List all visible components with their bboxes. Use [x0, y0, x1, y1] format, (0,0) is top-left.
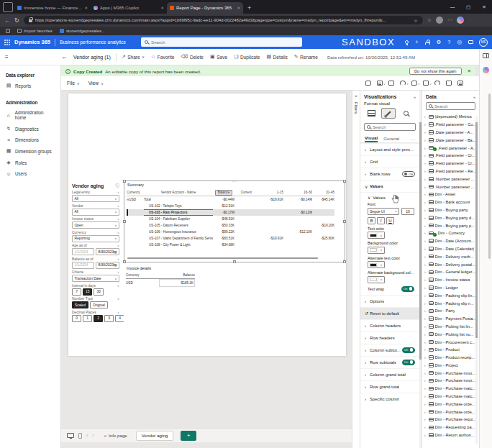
balance-start-date[interactable]: 1/1/2024 [72, 262, 94, 269]
chevron-right-icon[interactable]: › [424, 224, 427, 228]
text-wrap-toggle[interactable]: On [401, 286, 414, 292]
collapse-chevron-icon[interactable]: ∨ [117, 244, 119, 247]
collapse-pane-icon[interactable]: » [473, 95, 475, 99]
data-field-item[interactable]: › ✓ Dim - Buying party d... [422, 214, 479, 221]
chevron-right-icon[interactable]: › [424, 394, 427, 398]
collapse-chevron-icon[interactable]: ∨ [117, 284, 119, 288]
sidebar-item-reports[interactable]: ▤ Reports [0, 80, 60, 91]
sidebar-item[interactable]: ▦ Dimension groups [0, 145, 60, 157]
filters-pane-collapsed[interactable]: « Filters [352, 91, 360, 448]
chevron-right-icon[interactable]: › [424, 130, 427, 134]
data-field-item[interactable]: › ✓ Dim - Procurement c... [422, 338, 479, 346]
data-field-item[interactable]: › ✓ Dim - Bank account [422, 198, 479, 206]
bold-button[interactable]: B [368, 217, 375, 224]
section-toggle[interactable]: On [402, 360, 415, 365]
data-field-item[interactable]: › ✓ Dim - Purchase matc... [422, 385, 479, 393]
resize-handle[interactable] [343, 260, 346, 263]
feedback-chat-icon[interactable] [468, 40, 473, 44]
color-picker-dropdown[interactable]: ∨ [368, 276, 385, 283]
data-field-item[interactable]: › ✓ Dim - Delivery postal... [422, 260, 479, 268]
resize-handle[interactable] [123, 180, 126, 183]
format-section[interactable]: › Blank rows Off [360, 168, 419, 180]
format-section[interactable]: › Specific column [360, 393, 419, 405]
chevron-right-icon[interactable]: › [424, 262, 427, 267]
data-field-item[interactable]: › ✓ Dim - Project [422, 362, 479, 370]
url-text[interactable]: https://operations-stoneridgepresales.cr… [35, 18, 411, 22]
chevron-right-icon[interactable]: › [424, 208, 427, 212]
chevron-right-icon[interactable]: › [424, 161, 427, 165]
view-menu[interactable]: View∨ [88, 81, 104, 86]
column-header[interactable]: Current [234, 188, 252, 196]
format-search-input[interactable] [373, 125, 413, 129]
format-section[interactable]: › Column subtotals On [360, 344, 419, 356]
section-toggle[interactable]: Off [402, 171, 415, 177]
collapse-chevron-icon[interactable]: ∨ [117, 231, 119, 234]
collapse-chevron-icon[interactable]: ∨ [117, 217, 119, 221]
chevron-right-icon[interactable]: › [424, 433, 427, 437]
browser-tab[interactable]: Immersive home — Finance and ... ✕ [14, 2, 91, 14]
format-section[interactable]: › Column grand total [360, 368, 419, 380]
age-end-date[interactable]: 8/30/2023▦ [96, 248, 119, 255]
chevron-right-icon[interactable]: › [424, 270, 427, 274]
page-scrollbar[interactable] [488, 93, 491, 259]
data-field-item[interactable]: › ✓ Dim - Payment Posta... [422, 315, 479, 323]
data-field-item[interactable]: › ✓ Dim - Asset [422, 191, 479, 198]
desktop-layout-icon[interactable] [67, 433, 74, 438]
data-search-input[interactable] [434, 104, 473, 109]
chevron-right-icon[interactable]: › [424, 122, 427, 127]
copilot-side-icon[interactable] [483, 67, 489, 73]
new-tab-button[interactable]: + [247, 4, 251, 12]
elements-icon[interactable] [423, 81, 429, 86]
data-field-item[interactable]: › ✓ .Date parameter - Ba... [422, 136, 479, 144]
collapse-chevron-icon[interactable]: ∨ [117, 191, 119, 194]
browser-refresh-button[interactable]: ↻ [14, 17, 19, 24]
url-field[interactable]: https://operations-stoneridgepresales.cr… [24, 16, 423, 24]
data-field-item[interactable]: › ✓ Dim - Buying party p... [422, 221, 479, 229]
chevron-right-icon[interactable]: › [424, 255, 427, 259]
color-picker-dropdown[interactable]: ∨ [368, 232, 385, 239]
chevron-right-icon[interactable]: › [424, 371, 427, 375]
data-field-item[interactable]: › ✓ Dim - Ledger [422, 284, 479, 292]
data-pane-scrollbar[interactable] [475, 116, 478, 444]
column-header[interactable]: 31-45 [312, 188, 334, 196]
resize-handle[interactable] [123, 220, 126, 223]
text-box-icon[interactable] [388, 81, 394, 86]
chevron-down-icon[interactable]: ∨ [368, 196, 370, 200]
browser-favorites-icon[interactable]: ☆ [427, 17, 432, 23]
filter-dropdown[interactable]: All∨ [72, 209, 119, 216]
copilot-icon[interactable] [457, 17, 464, 24]
sidebar-item[interactable]: ↯ Diagnostics [0, 123, 60, 134]
data-field-item[interactable]: › ✓ Dim - Purchase matc... [422, 393, 479, 401]
decimal-places-option-button[interactable]: 2 [94, 315, 103, 322]
format-search-box[interactable] [364, 123, 416, 131]
format-section[interactable]: › Row grand total [360, 380, 419, 393]
color-picker-dropdown[interactable]: ∨ [368, 247, 385, 254]
save-report-icon[interactable] [457, 81, 463, 86]
bookmark-site[interactable]: stoneridgepresales... [60, 29, 105, 33]
sidebar-item[interactable]: ◈ Roles [0, 157, 60, 168]
collapse-chevron-icon[interactable]: ∨ [117, 270, 119, 274]
data-field-item[interactable]: › ✓ .Number parameter ... [422, 183, 479, 191]
chevron-right-icon[interactable]: › [424, 114, 427, 119]
data-field-item[interactable]: › ✓ Dim - Party [422, 307, 479, 315]
chevron-right-icon[interactable]: › [424, 146, 427, 150]
data-field-item[interactable]: › ✓ .Field parameter - Cr... [422, 160, 479, 168]
number-type-option-button[interactable]: Original [90, 301, 108, 308]
chevron-right-icon[interactable]: › [424, 293, 427, 298]
values-section-header[interactable]: ∨ Values [360, 180, 419, 192]
add-icon[interactable]: + [415, 39, 418, 45]
add-page-button[interactable]: + [181, 431, 196, 441]
data-field-item[interactable]: › ✓ Dim - Purchase invoi... [422, 369, 479, 377]
analytics-tab[interactable] [398, 108, 413, 119]
italic-button[interactable]: I [377, 217, 385, 224]
next-page-icon[interactable]: › [92, 433, 94, 438]
collapse-chevron-icon[interactable]: ∨ [117, 204, 119, 208]
chevron-right-icon[interactable]: › [424, 378, 427, 383]
data-field-item[interactable]: › ✓ .Field parameter - A... [422, 144, 479, 152]
command-button[interactable]: ⌫ Delete [181, 54, 204, 60]
side-pane-icon[interactable] [483, 53, 489, 58]
chevron-right-icon[interactable]: › [424, 355, 427, 360]
resize-handle[interactable] [123, 260, 126, 263]
dismiss-button[interactable]: Do not show this again [409, 68, 462, 75]
column-header[interactable]: Currency [127, 188, 144, 196]
